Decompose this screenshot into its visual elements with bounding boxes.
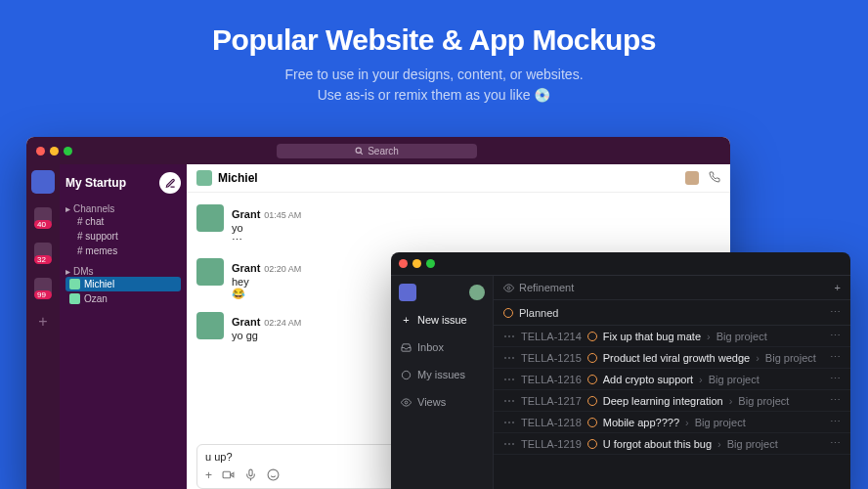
more-icon[interactable]: ⋯ xyxy=(830,373,841,385)
linear-main: Refinement + Planned ⋯ ⋯TELLA-1214Fix up… xyxy=(494,276,850,489)
mic-icon[interactable] xyxy=(244,468,257,482)
add-button[interactable]: + xyxy=(835,282,841,293)
issue-id: TELLA-1218 xyxy=(521,417,582,428)
issue-project[interactable]: Big project xyxy=(727,438,778,450)
eye-icon xyxy=(503,283,514,293)
issues-icon xyxy=(401,370,412,380)
linear-logo-icon[interactable] xyxy=(399,284,416,301)
dms-section[interactable]: ▸ DMs xyxy=(65,266,181,277)
issue-row[interactable]: ⋯TELLA-1214Fix up that bug mate›Big proj… xyxy=(494,326,850,347)
issue-id: TELLA-1216 xyxy=(521,374,582,385)
issue-project[interactable]: Big project xyxy=(738,395,789,407)
channels-section[interactable]: ▸ Channels xyxy=(65,203,181,214)
issue-project[interactable]: Big project xyxy=(695,417,746,428)
issue-title: U forgot about this bug xyxy=(603,438,712,450)
cd-emoji: 💿 xyxy=(534,85,550,106)
dm-item[interactable]: Ozan xyxy=(65,291,181,306)
avatar-icon[interactable] xyxy=(685,171,699,185)
issue-row[interactable]: ⋯TELLA-1219U forgot about this bug›Big p… xyxy=(494,433,850,455)
svg-rect-2 xyxy=(223,471,231,478)
issue-row[interactable]: ⋯TELLA-1217Deep learning integration›Big… xyxy=(494,390,850,412)
group-title[interactable]: Planned xyxy=(519,307,558,319)
issue-id: TELLA-1219 xyxy=(521,438,582,450)
traffic-light-zoom-icon[interactable] xyxy=(426,259,435,268)
message-author[interactable]: Grant xyxy=(232,316,260,328)
priority-icon[interactable]: ⋯ xyxy=(503,374,515,385)
svg-line-1 xyxy=(361,152,363,154)
issue-project[interactable]: Big project xyxy=(709,374,760,385)
traffic-light-minimize-icon[interactable] xyxy=(50,147,59,156)
add-attachment-icon[interactable]: + xyxy=(205,468,212,482)
workspace-icon[interactable] xyxy=(31,170,55,194)
message-author[interactable]: Grant xyxy=(232,208,260,220)
emoji-icon[interactable] xyxy=(267,468,280,482)
issue-title: Deep learning integration xyxy=(603,395,723,407)
message-text: hey xyxy=(232,276,301,288)
hero-line2: Use as-is or remix them as you like xyxy=(318,87,535,103)
channel-item[interactable]: # memes xyxy=(65,244,181,258)
priority-icon[interactable]: ⋯ xyxy=(503,331,515,342)
breadcrumb[interactable]: Refinement xyxy=(519,282,574,293)
avatar-icon xyxy=(196,170,212,186)
sidebar-item-my-issues[interactable]: My issues xyxy=(399,366,485,383)
badge-count: 99 xyxy=(34,290,52,299)
more-icon[interactable]: ⋯ xyxy=(830,394,841,407)
more-icon[interactable]: ⋯ xyxy=(830,437,841,450)
issue-title: Mobile app???? xyxy=(603,417,679,428)
video-icon[interactable] xyxy=(222,468,235,482)
message-author[interactable]: Grant xyxy=(232,262,260,274)
sidebar-item-views[interactable]: Views xyxy=(399,393,485,411)
traffic-light-close-icon[interactable] xyxy=(399,259,408,268)
search-input[interactable]: Search xyxy=(277,144,477,158)
more-icon[interactable]: ⋯ xyxy=(830,330,841,342)
call-icon[interactable] xyxy=(709,171,720,185)
status-ring-icon xyxy=(587,375,597,384)
workspace-rail: 40 32 99 + xyxy=(26,164,60,489)
issue-id: TELLA-1217 xyxy=(521,395,582,407)
compose-button[interactable] xyxy=(159,172,181,194)
channel-item[interactable]: # chat xyxy=(65,214,181,229)
sidebar-item-inbox[interactable]: Inbox xyxy=(399,338,485,356)
svg-point-6 xyxy=(268,469,279,480)
new-issue-button[interactable]: +New issue xyxy=(399,311,485,329)
status-ring-icon xyxy=(587,418,597,427)
message-text: yo xyxy=(232,222,301,234)
plus-icon: + xyxy=(401,314,412,326)
issue-row[interactable]: ⋯TELLA-1216Add crypto support›Big projec… xyxy=(494,369,850,390)
avatar-icon[interactable] xyxy=(469,285,485,300)
traffic-light-zoom-icon[interactable] xyxy=(64,147,72,156)
more-icon[interactable]: ⋯ xyxy=(830,351,841,364)
search-icon xyxy=(355,147,364,156)
issue-row[interactable]: ⋯TELLA-1218Mobile app????›Big project⋯ xyxy=(494,412,850,433)
message-time: 01:45 AM xyxy=(264,210,301,220)
chevron-right-icon: › xyxy=(707,331,711,342)
inbox-icon xyxy=(401,342,412,353)
workspace-name[interactable]: My Startup xyxy=(65,176,126,190)
chat-title[interactable]: Michiel xyxy=(218,171,258,185)
priority-icon[interactable]: ⋯ xyxy=(503,352,515,364)
issue-title: Fix up that bug mate xyxy=(603,331,701,342)
dm-item[interactable]: Michiel xyxy=(65,277,181,291)
priority-icon[interactable]: ⋯ xyxy=(503,395,515,407)
priority-icon[interactable]: ⋯ xyxy=(503,438,515,450)
channel-item[interactable]: # support xyxy=(65,229,181,244)
traffic-light-close-icon[interactable] xyxy=(36,147,45,156)
issue-project[interactable]: Big project xyxy=(765,352,816,364)
message-time: 02:24 AM xyxy=(264,318,301,328)
more-icon[interactable]: ⋯ xyxy=(830,306,841,319)
reaction-icon[interactable]: 😂 xyxy=(232,288,301,300)
chevron-right-icon: › xyxy=(729,395,733,407)
issue-row[interactable]: ⋯TELLA-1215Product led viral growth wedg… xyxy=(494,347,850,369)
status-ring-icon xyxy=(587,396,597,406)
issue-title: Add crypto support xyxy=(603,374,693,385)
search-placeholder: Search xyxy=(368,146,399,156)
priority-icon[interactable]: ⋯ xyxy=(503,417,515,428)
chevron-right-icon: › xyxy=(717,438,721,450)
more-icon[interactable]: ⋯ xyxy=(830,416,841,428)
message: Grant01:45 AM yo ⋯ xyxy=(196,199,720,252)
add-workspace-button[interactable]: + xyxy=(38,313,47,331)
traffic-light-minimize-icon[interactable] xyxy=(412,259,421,268)
issue-project[interactable]: Big project xyxy=(716,331,767,342)
slack-sidebar: My Startup ▸ Channels # chat # support #… xyxy=(60,164,187,489)
svg-point-10 xyxy=(405,401,408,404)
